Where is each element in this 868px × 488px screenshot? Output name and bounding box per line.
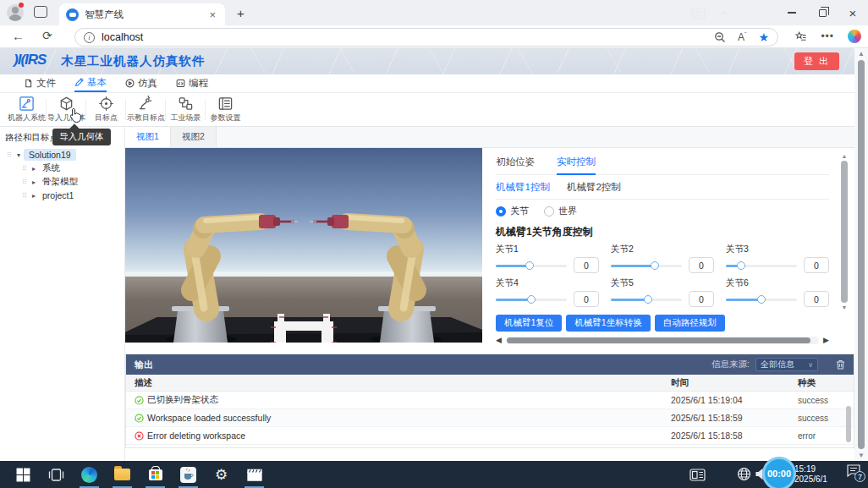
viewport-3d[interactable] [125, 148, 482, 343]
tab-list-icon[interactable] [34, 6, 47, 18]
menu-tab-3[interactable]: 仿真 [125, 74, 157, 92]
scroll-right-icon[interactable]: ▶ [823, 336, 829, 344]
read-aloud-icon[interactable]: Aˆ [738, 31, 746, 43]
pose-tab-2[interactable]: 实时控制 [557, 156, 596, 168]
back-icon[interactable]: ← [12, 29, 25, 43]
joint-value-input[interactable]: 0 [689, 257, 714, 273]
window-restore-button[interactable] [807, 0, 838, 25]
ribbon-item-3[interactable]: 目标点 [86, 93, 126, 126]
ribbon-item-1[interactable]: 机器人系统 [7, 93, 47, 126]
new-tab-button[interactable]: + [237, 6, 244, 20]
file-explorer-taskbar-button[interactable] [106, 461, 139, 488]
tree-item-系统[interactable]: ⠿▸系统 [0, 162, 124, 175]
joint-value-input[interactable]: 0 [804, 291, 829, 307]
menu-tab-2[interactable]: 基本 [74, 74, 107, 92]
view-tab-1[interactable]: 视图1 [125, 127, 171, 147]
recording-timer-overlay[interactable]: 00:00 [762, 457, 796, 488]
menu-tab-1[interactable]: 文件 [24, 74, 56, 92]
site-info-icon[interactable]: i [84, 32, 95, 43]
media-player-taskbar-button[interactable] [238, 461, 271, 488]
slider-thumb[interactable] [644, 295, 652, 304]
h-scroll-thumb[interactable] [507, 337, 810, 343]
v-scroll-thumb[interactable] [841, 161, 848, 303]
taskbar-clock[interactable]: 15:19 2025/6/1 [789, 461, 840, 488]
slider-thumb[interactable] [651, 261, 659, 270]
copilot-icon[interactable] [848, 30, 861, 43]
joint-slider[interactable] [611, 293, 682, 305]
panel-scrollbar[interactable]: ▲ ▼ [840, 153, 849, 336]
ribbon-item-4[interactable]: 示教目标点 [126, 93, 166, 126]
caret-right-icon[interactable]: ▸ [32, 165, 39, 173]
zoom-out-icon[interactable] [714, 31, 726, 43]
joint-slider[interactable] [496, 293, 567, 305]
ribbon-item-5[interactable]: 工业场景 [166, 93, 206, 126]
browser-titlebar: 智慧产线 × + × [0, 0, 868, 25]
mode-radio-关节[interactable]: 关节 [496, 205, 529, 217]
caret-right-icon[interactable]: ▸ [32, 178, 39, 186]
arm-button-2[interactable]: 机械臂1坐标转换 [566, 315, 650, 332]
browser-scrollbar[interactable]: ▲ ▼ [854, 48, 868, 461]
tree-item-project1[interactable]: ⠿▸project1 [0, 189, 124, 202]
window-close-button[interactable]: × [838, 0, 868, 25]
drag-handle-icon[interactable]: ⠿ [20, 192, 29, 200]
joint-slider[interactable] [726, 260, 797, 271]
joint-slider[interactable] [496, 260, 567, 271]
tree-item-骨架模型[interactable]: ⠿▸骨架模型 [0, 175, 124, 189]
edge-taskbar-button[interactable] [73, 461, 106, 488]
joint-value-input[interactable]: 0 [689, 291, 714, 307]
view-tab-2[interactable]: 视图2 [171, 127, 217, 147]
ribbon-item-6[interactable]: 参数设置 [206, 93, 245, 126]
caret-down-icon[interactable]: ▾ [17, 151, 24, 159]
widgets-panel-icon[interactable] [689, 469, 706, 484]
widgets-icon[interactable] [690, 0, 706, 27]
arm-button-1[interactable]: 机械臂1复位 [496, 315, 562, 332]
page-scroll-up-icon[interactable]: ▲ [858, 48, 865, 59]
joint-value-input[interactable]: 0 [574, 291, 599, 307]
reload-icon[interactable]: ⟳ [42, 29, 52, 42]
start-taskbar-button[interactable] [7, 461, 40, 488]
drag-handle-icon[interactable]: ⠿ [5, 151, 14, 159]
joint-value-input[interactable]: 0 [574, 257, 599, 273]
slider-thumb[interactable] [525, 261, 534, 270]
settings-taskbar-button[interactable]: ⚙ [205, 461, 238, 488]
slider-thumb[interactable] [757, 295, 766, 304]
more-menu-icon[interactable]: ••• [821, 30, 834, 42]
mode-radio-世界[interactable]: 世界 [544, 205, 577, 217]
pose-tab-1[interactable]: 初始位姿 [496, 156, 535, 168]
slider-thumb[interactable] [527, 295, 536, 304]
clear-log-button[interactable] [836, 359, 845, 370]
store-taskbar-button[interactable] [139, 461, 172, 488]
task-view-taskbar-button[interactable] [40, 461, 73, 488]
favorite-star-icon[interactable]: ★ [758, 30, 769, 44]
drag-handle-icon[interactable]: ⠿ [20, 165, 29, 173]
favorites-bar-icon[interactable] [794, 30, 807, 43]
caret-right-icon[interactable]: ▸ [32, 192, 39, 200]
source-select[interactable]: 全部信息 ∨ [755, 358, 818, 371]
address-bar[interactable]: i localhost Aˆ ★ [74, 28, 778, 47]
scroll-up-icon[interactable]: ▲ [842, 153, 848, 159]
output-scrollbar[interactable] [846, 378, 851, 444]
window-minimize-button[interactable] [777, 0, 807, 25]
arm-button-3[interactable]: 自动路径规划 [655, 315, 725, 332]
tab-close-icon[interactable]: × [206, 8, 218, 22]
logout-button[interactable]: 登 出 [794, 52, 839, 70]
scroll-left-icon[interactable]: ◀ [496, 336, 502, 344]
page-scroll-down-icon[interactable]: ▼ [858, 450, 865, 461]
arm-tab-2[interactable]: 机械臂2控制 [567, 181, 621, 194]
joint-slider[interactable] [611, 260, 682, 271]
tree-item-Solution19[interactable]: ⠿▾Solution19 [0, 148, 124, 162]
network-globe-icon[interactable] [737, 467, 751, 484]
menu-tab-4[interactable]: 编程 [176, 74, 208, 92]
page-scroll-thumb[interactable] [858, 60, 865, 449]
joint-value-input[interactable]: 0 [804, 257, 829, 273]
slider-thumb[interactable] [737, 261, 745, 270]
browser-tab[interactable]: 智慧产线 × [59, 3, 225, 25]
scroll-down-icon[interactable]: ▼ [842, 304, 848, 310]
notification-center-icon[interactable]: 7 [846, 463, 863, 480]
java-taskbar-button[interactable] [172, 461, 205, 488]
log-description: 已切换到骨架状态 [126, 394, 671, 406]
drag-handle-icon[interactable]: ⠿ [20, 178, 29, 186]
arm-tab-1[interactable]: 机械臂1控制 [496, 181, 550, 194]
joint-slider[interactable] [726, 293, 797, 305]
horizontal-scrollbar[interactable]: ◀ ▶ [496, 336, 829, 344]
